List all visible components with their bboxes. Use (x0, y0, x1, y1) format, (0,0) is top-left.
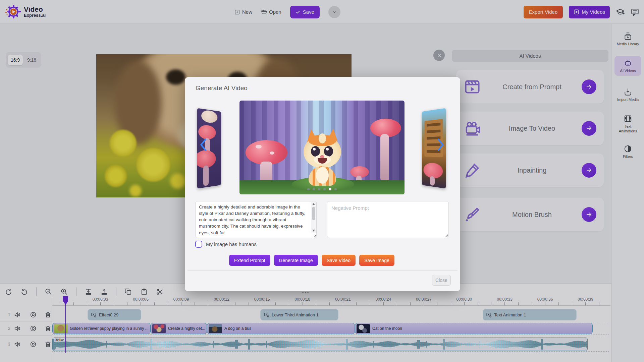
carousel-dots (239, 188, 405, 190)
carousel-left-arrow-button[interactable] (198, 137, 211, 152)
modal-title: Generate AI Video (196, 84, 248, 92)
cat-nose-art (320, 155, 324, 158)
humans-checkbox-row: My image has humans (195, 241, 257, 248)
extend-prompt-button[interactable]: Extend Prompt (229, 255, 270, 266)
carousel-dot[interactable] (334, 188, 337, 190)
negative-prompt-wrap (327, 201, 449, 238)
prompt-textarea[interactable]: Create a highly detailed and adorable im… (196, 201, 316, 238)
carousel-dot[interactable] (323, 188, 326, 190)
mushroom-art (203, 165, 209, 186)
modal-close-button[interactable]: Close (432, 275, 451, 286)
negative-prompt-textarea[interactable] (327, 201, 448, 238)
generate-image-button[interactable]: Generate Image (274, 255, 318, 266)
scroll-down-icon[interactable] (311, 228, 316, 233)
prompt-field-wrap: Create a highly detailed and adorable im… (195, 201, 317, 238)
resize-grip-icon[interactable] (445, 234, 448, 237)
carousel-current-image[interactable] (239, 101, 405, 194)
cat-patch-art (319, 133, 326, 143)
cat-eye-glint-art (313, 148, 316, 150)
generate-ai-video-modal: Generate AI Video (185, 77, 460, 291)
mushroom-art (246, 140, 287, 165)
humans-checkbox-label: My image has humans (206, 241, 257, 247)
carousel-right-arrow-button[interactable] (434, 137, 448, 152)
mushroom-art (256, 145, 262, 148)
carousel-dot[interactable] (318, 188, 320, 190)
resize-grip-icon[interactable] (313, 234, 316, 237)
mushroom-art (270, 152, 274, 155)
scroll-up-icon[interactable] (311, 202, 316, 206)
mushroom-art (380, 134, 389, 182)
mushroom-art (201, 109, 217, 123)
carousel-dot[interactable] (313, 188, 315, 190)
save-video-button[interactable]: Save Video (322, 255, 356, 266)
cat-chest-art (316, 167, 329, 184)
mushroom-art (430, 176, 435, 186)
cat-eye-glint-art (326, 148, 329, 150)
carousel-dot[interactable] (307, 188, 310, 190)
chevron-left-icon (198, 137, 210, 152)
chevron-right-icon (434, 137, 446, 152)
prompt-scrollbar[interactable] (311, 202, 316, 233)
scroll-thumb[interactable] (312, 207, 315, 220)
save-image-button[interactable]: Save Image (359, 255, 394, 266)
app-root: Video Express.ai New Open Save (0, 0, 644, 362)
carousel-dot[interactable] (329, 188, 331, 190)
modal-action-buttons: Extend Prompt Generate Image Save Video … (229, 255, 394, 266)
humans-checkbox[interactable] (195, 241, 202, 248)
modal-divider (187, 270, 458, 270)
